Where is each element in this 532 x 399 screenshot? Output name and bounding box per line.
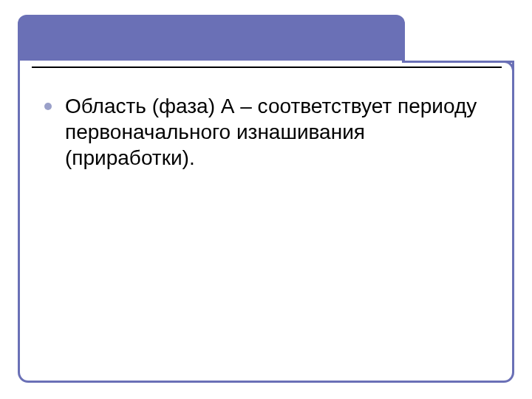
slide-container: Область (фаза) А – соответствует периоду… xyxy=(0,0,532,399)
bullet-list: Область (фаза) А – соответствует периоду… xyxy=(44,93,499,180)
bullet-text: Область (фаза) А – соответствует периоду… xyxy=(65,93,499,171)
bullet-icon xyxy=(44,103,52,110)
title-bar xyxy=(18,15,405,61)
list-item: Область (фаза) А – соответствует периоду… xyxy=(44,93,499,171)
